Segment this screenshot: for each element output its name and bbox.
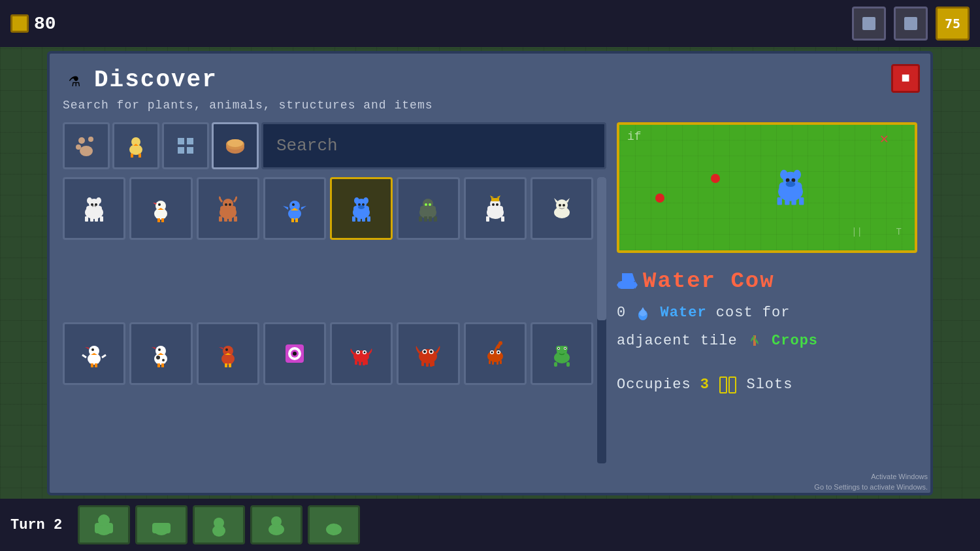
water-cost-icon	[635, 305, 651, 320]
svg-point-111	[225, 348, 228, 351]
top-bar: 80 75	[0, 0, 980, 47]
grid-item-bigcrab[interactable]	[397, 322, 459, 385]
svg-rect-96	[91, 363, 93, 367]
svg-point-40	[223, 199, 233, 209]
bottom-slot-1[interactable]	[78, 505, 130, 544]
svg-rect-97	[95, 363, 97, 367]
search-input[interactable]	[276, 136, 591, 156]
svg-rect-123	[355, 360, 357, 365]
grid-item-cow[interactable]	[63, 177, 125, 240]
svg-marker-80	[497, 195, 500, 198]
svg-rect-154	[554, 362, 557, 367]
svg-marker-170	[617, 281, 619, 289]
grid-scrollbar[interactable]	[597, 177, 606, 463]
svg-rect-64	[367, 216, 370, 222]
svg-marker-168	[622, 273, 635, 281]
grid-item-redchicken[interactable]	[197, 322, 259, 385]
filter-tab-food[interactable]	[212, 122, 259, 169]
filter-tab-birds[interactable]	[112, 122, 159, 169]
svg-rect-133	[426, 362, 429, 367]
svg-point-56	[354, 197, 359, 204]
filter-tab-animals[interactable]	[63, 122, 110, 169]
svg-rect-25	[85, 216, 88, 222]
svg-point-41	[225, 203, 227, 206]
svg-rect-106	[161, 363, 164, 367]
svg-point-22	[96, 197, 101, 204]
search-box[interactable]	[261, 122, 606, 169]
slot-count: 3	[700, 376, 719, 393]
svg-point-160	[794, 170, 802, 180]
svg-rect-113	[229, 363, 231, 367]
grid-item-watercow[interactable]	[330, 177, 393, 240]
svg-rect-165	[785, 197, 789, 205]
svg-rect-174	[720, 377, 727, 393]
crops-label: Crops	[772, 333, 818, 349]
svg-point-29	[92, 205, 94, 207]
svg-rect-9	[131, 154, 133, 158]
grid-item-bluebird[interactable]	[263, 177, 326, 240]
grid-item-rooster[interactable]	[63, 322, 125, 385]
svg-rect-11	[178, 138, 184, 144]
svg-rect-126	[365, 360, 368, 365]
grid-item-crab[interactable]	[330, 322, 393, 385]
bottom-slot-2[interactable]	[135, 505, 188, 544]
grid-item-scorpion[interactable]	[464, 322, 527, 385]
svg-point-57	[363, 197, 368, 204]
svg-point-104	[158, 348, 161, 351]
grid-item-spottedchicken[interactable]	[129, 322, 192, 385]
coin-icon	[10, 14, 29, 33]
crops-icon	[747, 333, 762, 348]
grid-item-darkcreature[interactable]	[397, 177, 459, 240]
water-label: Water	[661, 305, 707, 321]
top-icon-box-1[interactable]	[852, 7, 886, 41]
dialog-header: ⚗ Discover	[63, 67, 917, 93]
svg-rect-10	[139, 154, 141, 158]
grid-item-eyecreature[interactable]	[263, 322, 326, 385]
svg-point-121	[357, 352, 359, 354]
close-button[interactable]: ■	[891, 64, 920, 93]
svg-point-127	[419, 349, 437, 363]
svg-rect-83	[486, 216, 489, 222]
svg-rect-45	[229, 216, 232, 222]
preview-area: if ✕ || T	[617, 122, 917, 253]
svg-point-2	[78, 137, 85, 144]
filter-tab-all[interactable]	[162, 122, 209, 169]
svg-rect-135	[432, 361, 434, 366]
top-icon-box-2[interactable]	[894, 7, 928, 41]
svg-point-82	[496, 203, 498, 206]
occupies-text: Occupies	[617, 376, 691, 393]
cost-for-text: cost for	[716, 305, 791, 321]
svg-rect-70	[419, 216, 422, 222]
bottom-slot-4[interactable]	[250, 505, 302, 544]
svg-marker-94	[85, 347, 89, 349]
grid-item-frog[interactable]	[531, 322, 593, 385]
svg-point-139	[491, 352, 493, 354]
svg-marker-88	[565, 198, 570, 203]
grid-item-catcreature[interactable]	[531, 177, 593, 240]
svg-point-152	[558, 348, 559, 349]
grid-item-chicken[interactable]	[129, 177, 192, 240]
top-icon-box-3[interactable]: 75	[936, 7, 970, 41]
grid-scrollbar-thumb	[597, 177, 606, 320]
svg-rect-43	[219, 216, 222, 222]
activate-line1: Activate Windows	[814, 472, 928, 482]
content-area: if ✕ || T	[63, 122, 917, 463]
svg-rect-27	[95, 216, 98, 222]
svg-point-182	[214, 518, 224, 528]
grid-item-queencow[interactable]	[464, 177, 527, 240]
dialog-subtitle: Search for plants, animals, structures a…	[63, 99, 917, 112]
preview-t-marker: T	[896, 227, 902, 237]
svg-rect-125	[363, 361, 365, 365]
svg-rect-167	[799, 197, 804, 205]
slots-icon	[719, 376, 737, 394]
preview-dot-2	[711, 174, 720, 183]
bottom-slot-3[interactable]	[193, 505, 245, 544]
svg-point-100	[156, 356, 160, 359]
animal-name-row: Water Cow	[617, 269, 917, 293]
grid-item-bull[interactable]	[197, 177, 259, 240]
slots-label: Slots	[746, 376, 792, 393]
svg-rect-144	[497, 361, 498, 365]
svg-point-86	[556, 199, 568, 211]
svg-rect-51	[291, 218, 294, 222]
bottom-slot-5[interactable]	[308, 505, 360, 544]
